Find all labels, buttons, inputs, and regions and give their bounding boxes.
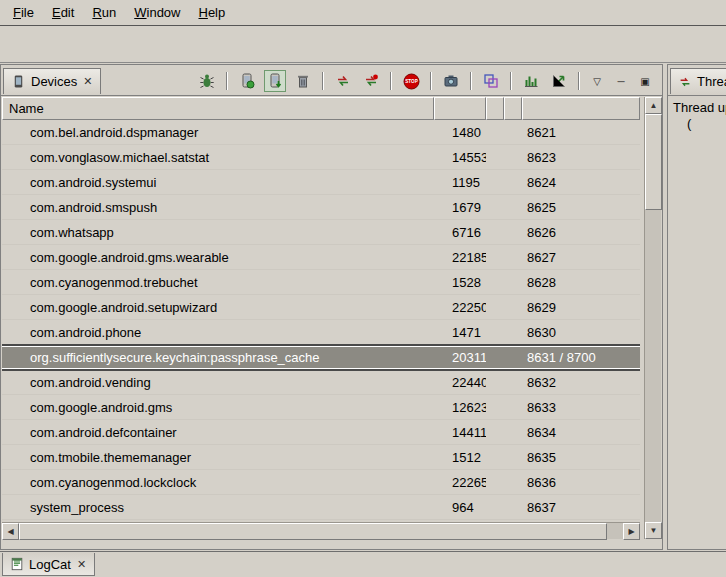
- table-row[interactable]: org.sufficientlysecure.keychain:passphra…: [2, 344, 640, 371]
- process-pid: 1528: [434, 275, 486, 290]
- process-port: 8630: [522, 325, 640, 340]
- profiling-chart-icon[interactable]: [548, 70, 570, 92]
- cause-gc-icon[interactable]: [292, 70, 314, 92]
- tab-logcat[interactable]: LogCat ✕: [2, 553, 95, 576]
- column-header-4[interactable]: [504, 97, 522, 120]
- table-row[interactable]: com.android.vending 22440 8632: [2, 370, 640, 395]
- maximize-icon[interactable]: ▣: [636, 72, 654, 90]
- table-row[interactable]: com.android.smspush 1679 8625: [2, 195, 640, 220]
- column-header-pid[interactable]: [434, 97, 486, 120]
- scroll-right-button[interactable]: ▶: [623, 523, 640, 540]
- view-menu-icon[interactable]: ▽: [588, 72, 606, 90]
- vertical-scrollbar[interactable]: ▲ ▼: [644, 97, 661, 539]
- debug-process-icon[interactable]: [196, 70, 218, 92]
- process-port: 8633: [522, 400, 640, 415]
- table-row[interactable]: com.android.defcontainer 14411 8634: [2, 420, 640, 445]
- process-name: com.vonglasow.michael.satstat: [2, 150, 434, 165]
- menu-item-edit[interactable]: Edit: [43, 1, 83, 24]
- process-port: 8624: [522, 175, 640, 190]
- process-port: 8626: [522, 225, 640, 240]
- table-row[interactable]: com.google.android.gms.wearable 22185 86…: [2, 245, 640, 270]
- process-port: 8621: [522, 125, 640, 140]
- dump-hprof-icon[interactable]: [264, 70, 286, 92]
- tab-threads[interactable]: Threa: [670, 68, 726, 94]
- toolbar-separator: [226, 72, 228, 90]
- process-port: 8635: [522, 450, 640, 465]
- toolbar-separator: [390, 72, 392, 90]
- table-header: Name: [2, 97, 640, 120]
- table-row[interactable]: com.bel.android.dspmanager 1480 8621: [2, 120, 640, 145]
- svg-text:STOP: STOP: [405, 79, 417, 84]
- device-icon: [11, 74, 26, 89]
- process-pid: 1512: [434, 450, 486, 465]
- process-name: com.cyanogenmod.lockclock: [2, 475, 434, 490]
- menu-item-run[interactable]: Run: [83, 1, 125, 24]
- menu-item-window[interactable]: Window: [125, 1, 189, 24]
- column-header-3[interactable]: [486, 97, 504, 120]
- toolbar-separator: [510, 72, 512, 90]
- menu-item-file[interactable]: File: [4, 1, 43, 24]
- process-name: com.google.android.gms.wearable: [2, 250, 434, 265]
- process-name: org.sufficientlysecure.keychain:passphra…: [2, 350, 434, 365]
- toolbar-separator: [578, 72, 580, 90]
- process-pid: 22250: [434, 300, 486, 315]
- process-port: 8632: [522, 375, 640, 390]
- table-row[interactable]: com.android.systemui 1195 8624: [2, 170, 640, 195]
- tab-devices[interactable]: Devices ✕: [3, 68, 101, 94]
- process-name: com.android.vending: [2, 375, 434, 390]
- table-row[interactable]: com.google.android.gms 12623 8633: [2, 395, 640, 420]
- table-row[interactable]: com.cyanogenmod.trebuchet 1528 8628: [2, 270, 640, 295]
- menu-item-help[interactable]: Help: [189, 1, 234, 24]
- column-header-port[interactable]: [522, 97, 640, 120]
- table-row[interactable]: com.google.android.setupwizard 22250 862…: [2, 295, 640, 320]
- table-row[interactable]: com.whatsapp 6716 8626: [2, 220, 640, 245]
- vertical-scroll-thumb[interactable]: [645, 114, 662, 210]
- process-port: 8623: [522, 150, 640, 165]
- system-info-icon[interactable]: [520, 70, 542, 92]
- close-icon[interactable]: ✕: [82, 75, 93, 88]
- horizontal-scroll-thumb[interactable]: [19, 523, 607, 540]
- process-pid: 6716: [434, 225, 486, 240]
- process-port: 8629: [522, 300, 640, 315]
- process-port: 8637: [522, 500, 640, 515]
- logcat-panel: LogCat ✕: [0, 551, 726, 577]
- process-pid: 14553: [434, 150, 486, 165]
- devices-panel: Devices ✕: [0, 64, 663, 550]
- logcat-icon: [10, 557, 24, 571]
- table-row[interactable]: com.android.phone 1471 8630: [2, 320, 640, 345]
- process-pid: 12623: [434, 400, 486, 415]
- table-row[interactable]: com.tmobile.thememanager 1512 8635: [2, 445, 640, 470]
- update-threads-icon[interactable]: [332, 70, 354, 92]
- threads-message-line2: (: [673, 116, 726, 132]
- stop-process-icon[interactable]: STOP: [400, 70, 422, 92]
- process-port: 8636: [522, 475, 640, 490]
- devices-panel-header: Devices ✕: [1, 65, 662, 96]
- dump-view-hierarchy-icon[interactable]: [480, 70, 502, 92]
- process-pid: 1480: [434, 125, 486, 140]
- threads-message-line1: Thread up: [673, 100, 726, 116]
- screen-capture-icon[interactable]: [440, 70, 462, 92]
- minimize-icon[interactable]: ─: [612, 72, 630, 90]
- update-heap-icon[interactable]: [236, 70, 258, 92]
- tab-threads-label: Threa: [697, 74, 726, 89]
- scroll-down-button[interactable]: ▼: [645, 522, 662, 539]
- process-pid: 1195: [434, 175, 486, 190]
- menubar: FileEditRunWindowHelp: [0, 0, 726, 26]
- process-port: 8628: [522, 275, 640, 290]
- process-pid: 20311: [434, 350, 486, 365]
- table-row[interactable]: com.vonglasow.michael.satstat 14553 8623: [2, 145, 640, 170]
- table-row[interactable]: com.cyanogenmod.lockclock 22265 8636: [2, 470, 640, 495]
- process-pid: 22440: [434, 375, 486, 390]
- close-icon[interactable]: ✕: [76, 558, 87, 571]
- scroll-left-button[interactable]: ◀: [2, 523, 19, 540]
- process-name: com.android.smspush: [2, 200, 434, 215]
- tab-devices-label: Devices: [31, 74, 77, 89]
- start-method-profiling-icon[interactable]: [360, 70, 382, 92]
- process-name: com.android.defcontainer: [2, 425, 434, 440]
- threads-icon: [678, 75, 692, 89]
- horizontal-scrollbar[interactable]: ◀ ▶: [2, 522, 640, 539]
- scroll-up-button[interactable]: ▲: [645, 97, 662, 114]
- table-row[interactable]: system_process 964 8637: [2, 495, 640, 520]
- process-port: 8625: [522, 200, 640, 215]
- column-header-name[interactable]: Name: [2, 97, 434, 120]
